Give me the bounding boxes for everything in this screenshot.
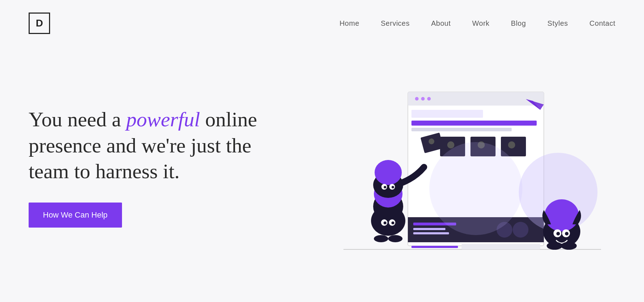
nav-about[interactable]: About [431, 19, 451, 28]
nav-home[interactable]: Home [340, 19, 359, 28]
svg-point-41 [384, 186, 386, 189]
svg-point-47 [556, 232, 560, 235]
svg-rect-8 [411, 121, 537, 126]
hero-illustration [308, 47, 615, 302]
main-nav: Home Services About Work Blog Styles Con… [340, 19, 615, 28]
headline-highlight: powerful [126, 108, 200, 131]
svg-point-49 [547, 242, 562, 250]
svg-point-33 [384, 221, 386, 224]
svg-point-34 [391, 221, 394, 224]
svg-rect-25 [462, 244, 540, 249]
svg-point-42 [392, 186, 394, 189]
svg-point-48 [565, 232, 569, 235]
svg-point-6 [427, 97, 431, 101]
nav-blog[interactable]: Blog [511, 19, 526, 28]
svg-point-44 [545, 199, 579, 232]
nav-styles[interactable]: Styles [547, 19, 568, 28]
nav-work[interactable]: Work [472, 19, 489, 28]
svg-rect-24 [411, 246, 458, 248]
svg-point-23 [513, 222, 528, 238]
hero-headline: You need a powerful online presence and … [29, 107, 279, 185]
svg-rect-20 [413, 228, 445, 230]
svg-point-4 [415, 97, 419, 101]
svg-rect-21 [413, 232, 449, 234]
nav-contact[interactable]: Contact [590, 19, 615, 28]
headline-before: You need a [29, 108, 126, 131]
svg-point-36 [388, 235, 402, 242]
svg-point-15 [508, 141, 515, 148]
svg-point-11 [447, 141, 454, 148]
svg-point-35 [374, 235, 388, 242]
svg-rect-9 [411, 128, 512, 131]
svg-rect-7 [411, 110, 483, 118]
logo[interactable]: D [29, 13, 50, 34]
svg-point-38 [375, 160, 402, 185]
hero-text-block: You need a powerful online presence and … [29, 107, 279, 228]
cta-button[interactable]: How We Can Help [29, 203, 122, 228]
nav-services[interactable]: Services [381, 19, 410, 28]
svg-point-27 [429, 142, 522, 235]
logo-letter: D [36, 18, 43, 29]
illustration-svg [322, 81, 601, 267]
hero-section: You need a powerful online presence and … [0, 47, 644, 302]
svg-point-50 [561, 242, 577, 250]
header: D Home Services About Work Blog Styles C… [0, 0, 644, 47]
svg-point-5 [421, 97, 425, 101]
